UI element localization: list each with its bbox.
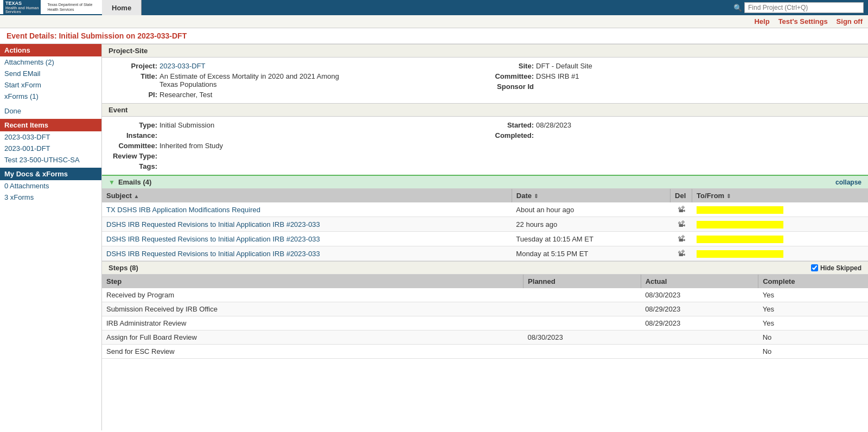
emails-col-subject[interactable]: Subject ▲ bbox=[102, 189, 512, 202]
emails-collapse-triangle[interactable]: ▼ bbox=[108, 179, 115, 186]
emails-section-label: Emails (4) bbox=[118, 178, 151, 186]
email-row-2: DSHS IRB Requested Revisions to Initial … bbox=[102, 232, 868, 246]
event-type-value: Initial Submission bbox=[159, 121, 214, 129]
step-actual-2: 08/29/2023 bbox=[641, 316, 758, 331]
email-date-1: 22 hours ago bbox=[512, 217, 670, 232]
step-actual-0: 08/30/2023 bbox=[641, 288, 758, 302]
event-completed-label: Completed: bbox=[485, 131, 534, 139]
email-date-0: About an hour ago bbox=[512, 202, 670, 217]
steps-col-complete: Complete bbox=[758, 275, 868, 288]
step-planned-4 bbox=[524, 345, 641, 359]
email-subject-3[interactable]: DSHS IRB Requested Revisions to Initial … bbox=[106, 250, 320, 258]
event-tags-label: Tags: bbox=[108, 162, 157, 170]
steps-col-actual: Actual bbox=[641, 275, 758, 288]
logo: TEXAS Health and HumanServices bbox=[3, 0, 41, 15]
steps-section-label: Steps (8) bbox=[108, 264, 138, 272]
event-header: Event bbox=[102, 103, 868, 117]
signoff-link[interactable]: Sign off bbox=[837, 17, 863, 26]
committee-value: DSHS IRB #1 bbox=[536, 72, 579, 80]
project-site-header: Project-Site bbox=[102, 44, 868, 58]
step-name-3: Assign for Full Board Review bbox=[102, 331, 524, 345]
recent-item-1[interactable]: 2023-033-DFT bbox=[0, 131, 101, 143]
email-tofrom-0 bbox=[692, 202, 868, 217]
recent-items-header: Recent Items bbox=[0, 119, 101, 131]
step-planned-0 bbox=[524, 288, 641, 302]
step-name-0: Received by Program bbox=[102, 288, 524, 302]
page-title-bar: Event Details: Initial Submission on 202… bbox=[0, 28, 868, 44]
step-row-4: Send for ESC Review No bbox=[102, 345, 868, 359]
sponsor-label: Sponsor Id bbox=[485, 82, 534, 91]
recent-item-3[interactable]: Test 23-500-UTHSC-SA bbox=[0, 154, 101, 166]
tofrom-sort-icon[interactable]: ⇕ bbox=[726, 193, 731, 199]
pi-value: Researcher, Test bbox=[159, 91, 212, 99]
start-xform-link[interactable]: Start xForm bbox=[0, 79, 101, 91]
step-row-3: Assign for Full Board Review 08/30/2023 … bbox=[102, 331, 868, 345]
title-label: Title: bbox=[108, 72, 157, 80]
site-label: Site: bbox=[485, 62, 534, 70]
email-subject-2[interactable]: DSHS IRB Requested Revisions to Initial … bbox=[106, 235, 320, 243]
mydocs-header: My Docs & xForms bbox=[0, 168, 101, 180]
emails-col-del: Del bbox=[671, 189, 692, 202]
committee-label: Committee: bbox=[485, 72, 534, 80]
step-planned-3: 08/30/2023 bbox=[524, 331, 641, 345]
home-tab[interactable]: Home bbox=[102, 0, 142, 15]
steps-table: Step Planned Actual Complete Received by… bbox=[102, 275, 868, 359]
pi-label: PI: bbox=[108, 91, 157, 99]
steps-col-planned: Planned bbox=[524, 275, 641, 288]
email-tofrom-1 bbox=[692, 217, 868, 232]
step-name-4: Send for ESC Review bbox=[102, 345, 524, 359]
email-date-2: Tuesday at 10:15 AM ET bbox=[512, 232, 670, 246]
email-tofrom-3 bbox=[692, 246, 868, 261]
event-instance-label: Instance: bbox=[108, 131, 157, 139]
email-del-1[interactable]: 📽 bbox=[671, 217, 692, 232]
emails-table: Subject ▲ Date ⇕ Del To/From ⇕ TX DS bbox=[102, 189, 868, 261]
help-link[interactable]: Help bbox=[754, 17, 769, 26]
step-complete-4: No bbox=[758, 345, 868, 359]
step-planned-1 bbox=[524, 302, 641, 316]
event-committee-label: Committee: bbox=[108, 142, 157, 150]
email-subject-0[interactable]: TX DSHS IRB Application Modifications Re… bbox=[106, 206, 260, 214]
step-name-2: IRB Administrator Review bbox=[102, 316, 524, 331]
site-value: DFT - Default Site bbox=[536, 62, 592, 70]
email-row-3: DSHS IRB Requested Revisions to Initial … bbox=[102, 246, 868, 261]
hide-skipped-checkbox[interactable] bbox=[811, 264, 818, 271]
step-actual-3 bbox=[641, 331, 758, 345]
email-del-2[interactable]: 📽 bbox=[671, 232, 692, 246]
date-sort-icon[interactable]: ⇕ bbox=[534, 193, 538, 199]
email-row-0: TX DSHS IRB Application Modifications Re… bbox=[102, 202, 868, 217]
settings-link[interactable]: Test's Settings bbox=[778, 17, 828, 26]
actions-header: Actions bbox=[0, 44, 101, 56]
xforms-link[interactable]: xForms (1) bbox=[0, 91, 101, 102]
email-del-3[interactable]: 📽 bbox=[671, 246, 692, 261]
collapse-link[interactable]: collapse bbox=[835, 179, 861, 186]
mydocs-attachments[interactable]: 0 Attachments bbox=[0, 180, 101, 192]
title-value: An Estimate of Excess Mortality in 2020 … bbox=[159, 72, 344, 88]
subject-sort-icon[interactable]: ▲ bbox=[134, 193, 139, 199]
done-link[interactable]: Done bbox=[0, 105, 101, 117]
step-row-0: Received by Program 08/30/2023 Yes bbox=[102, 288, 868, 302]
emails-col-date[interactable]: Date ⇕ bbox=[512, 189, 670, 202]
step-complete-3: No bbox=[758, 331, 868, 345]
step-complete-1: Yes bbox=[758, 302, 868, 316]
step-complete-2: Yes bbox=[758, 316, 868, 331]
project-label: Project: bbox=[108, 62, 157, 70]
send-email-link[interactable]: Send EMail bbox=[0, 68, 101, 79]
steps-header: Steps (8) Hide Skipped bbox=[102, 261, 868, 275]
event-reviewtype-label: Review Type: bbox=[108, 152, 157, 160]
attachments-link[interactable]: Attachments (2) bbox=[0, 56, 101, 68]
search-icon: 🔍 bbox=[733, 4, 742, 12]
step-actual-1: 08/29/2023 bbox=[641, 302, 758, 316]
emails-col-tofrom[interactable]: To/From ⇕ bbox=[692, 189, 868, 202]
event-started-label: Started: bbox=[485, 121, 534, 129]
mydocs-xforms[interactable]: 3 xForms bbox=[0, 192, 101, 203]
event-committee-value: Inherited from Study bbox=[159, 142, 223, 150]
project-value[interactable]: 2023-033-DFT bbox=[159, 62, 206, 70]
search-input[interactable] bbox=[744, 2, 864, 13]
email-del-0[interactable]: 📽 bbox=[671, 202, 692, 217]
email-subject-1[interactable]: DSHS IRB Requested Revisions to Initial … bbox=[106, 220, 320, 228]
email-tofrom-2 bbox=[692, 232, 868, 246]
recent-item-2[interactable]: 2023-001-DFT bbox=[0, 143, 101, 154]
hide-skipped-label: Hide Skipped bbox=[820, 264, 861, 272]
step-name-1: Submission Received by IRB Office bbox=[102, 302, 524, 316]
agency-name: Texas Department of StateHealth Services bbox=[47, 2, 92, 12]
